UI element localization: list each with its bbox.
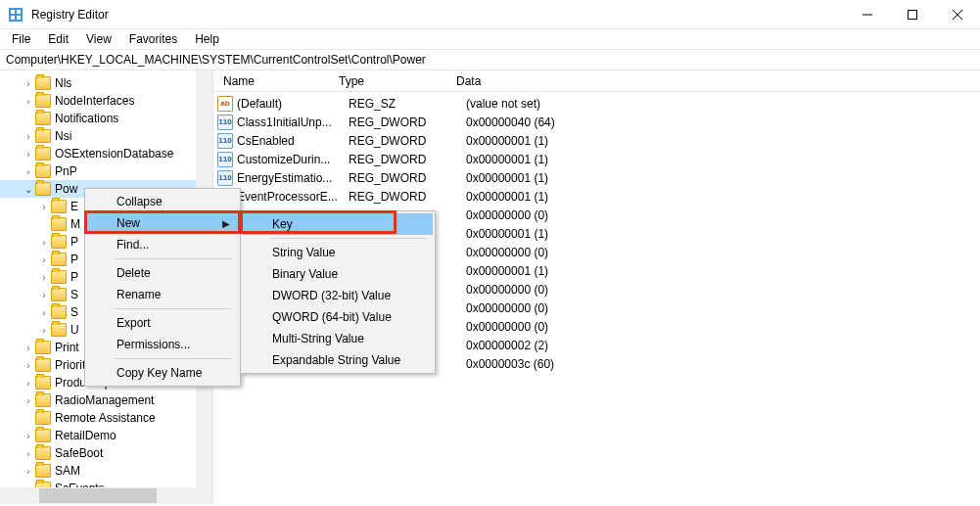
chevron-right-icon[interactable]: › (22, 466, 35, 477)
details-header[interactable]: Name Type Data (213, 70, 980, 92)
tree-row[interactable]: ›SafeBoot (0, 444, 212, 462)
ctx-label: New (117, 216, 140, 230)
chevron-right-icon[interactable]: › (22, 149, 35, 160)
chevron-right-icon[interactable]: › (37, 307, 51, 318)
ctx-find[interactable]: Find... (87, 234, 238, 255)
ctx-copy-key[interactable]: Copy Key Name (87, 362, 238, 384)
chevron-right-icon[interactable]: › (37, 254, 51, 265)
tree-label: M (70, 217, 84, 231)
tree-row[interactable]: ›RadioManagement (0, 391, 212, 409)
ctx-new[interactable]: New▶ (87, 212, 238, 234)
tree-label: S (70, 305, 82, 319)
ctx-label: Find... (117, 238, 149, 252)
scroll-thumb[interactable] (39, 488, 157, 503)
sub-qword[interactable]: QWORD (64-bit) Value (243, 306, 433, 328)
folder-icon (35, 129, 51, 143)
svg-rect-6 (909, 10, 917, 19)
address-path: Computer\HKEY_LOCAL_MACHINE\SYSTEM\Curre… (6, 53, 426, 67)
chevron-right-icon[interactable]: › (37, 237, 51, 248)
chevron-right-icon[interactable]: › (22, 378, 35, 389)
close-button[interactable] (935, 0, 980, 28)
tree-label: Notifications (55, 112, 122, 125)
tree-label: S (70, 288, 82, 301)
maximize-button[interactable] (890, 0, 935, 28)
separator (270, 238, 427, 239)
tree-label: NodeInterfaces (55, 94, 138, 108)
menu-view[interactable]: View (78, 30, 119, 48)
chevron-right-icon[interactable]: › (22, 431, 35, 441)
minimize-button[interactable] (845, 0, 890, 28)
tree-row[interactable]: ›Nsi (0, 127, 212, 145)
chevron-right-icon[interactable]: › (22, 395, 35, 406)
folder-icon (51, 200, 67, 213)
chevron-right-icon[interactable]: › (37, 272, 51, 283)
chevron-down-icon[interactable]: ⌄ (22, 184, 35, 195)
value-data: 0x00000000 (0) (466, 246, 980, 259)
menu-help[interactable]: Help (187, 30, 227, 48)
chevron-right-icon[interactable]: › (22, 360, 35, 371)
list-item[interactable]: 110EnergyEstimatio...REG_DWORD0x00000001… (213, 168, 980, 187)
reg-sz-icon: ab (217, 96, 233, 112)
value-data: 0x00000000 (0) (466, 320, 980, 334)
folder-icon (51, 217, 67, 231)
tree-row[interactable]: Remote Assistance (0, 409, 212, 427)
reg-dword-icon: 110 (217, 133, 233, 149)
chevron-right-icon[interactable]: › (22, 448, 35, 459)
folder-icon (35, 446, 51, 460)
list-item[interactable]: ab(Default)REG_SZ(value not set) (213, 94, 980, 113)
ctx-delete[interactable]: Delete (87, 262, 238, 284)
folder-icon (51, 235, 67, 249)
list-item[interactable]: 110CsEnabledREG_DWORD0x00000001 (1) (213, 131, 980, 150)
menu-favorites[interactable]: Favorites (121, 30, 185, 48)
tree-row[interactable]: ›PnP (0, 162, 212, 180)
sub-dword[interactable]: DWORD (32-bit) Value (243, 285, 433, 306)
chevron-right-icon[interactable]: › (22, 96, 35, 107)
folder-icon (51, 305, 67, 319)
ctx-collapse[interactable]: Collapse (87, 191, 238, 212)
sub-key[interactable]: Key (243, 213, 433, 235)
col-type[interactable]: Type (333, 74, 450, 88)
list-item[interactable]: 110CustomizeDurin...REG_DWORD0x00000001 … (213, 150, 980, 168)
list-item[interactable]: 110Class1InitialUnp...REG_DWORD0x0000004… (213, 113, 980, 131)
sub-string[interactable]: String Value (243, 242, 433, 263)
chevron-right-icon[interactable]: › (22, 166, 35, 177)
tree-row[interactable]: ›NodeInterfaces (0, 92, 212, 110)
tree-label: P (70, 235, 82, 249)
folder-icon (35, 464, 51, 478)
value-type: REG_DWORD (349, 171, 466, 185)
chevron-right-icon[interactable]: › (22, 131, 35, 142)
chevron-right-icon[interactable]: › (37, 202, 51, 212)
ctx-export[interactable]: Export (87, 312, 238, 334)
chevron-right-icon[interactable]: › (22, 343, 35, 353)
chevron-right-icon[interactable]: › (37, 290, 51, 300)
col-data[interactable]: Data (450, 74, 980, 88)
menu-edit[interactable]: Edit (40, 30, 76, 48)
folder-icon (35, 164, 51, 178)
ctx-permissions[interactable]: Permissions... (87, 334, 238, 355)
list-item[interactable]: 110EventProcessorE...REG_DWORD0x00000001… (213, 187, 980, 206)
sub-multi[interactable]: Multi-String Value (243, 328, 433, 349)
tree-row[interactable]: Notifications (0, 110, 212, 127)
address-bar[interactable]: Computer\HKEY_LOCAL_MACHINE\SYSTEM\Curre… (0, 49, 980, 70)
value-type: REG_DWORD (349, 153, 466, 166)
value-type: REG_DWORD (349, 115, 466, 129)
ctx-rename[interactable]: Rename (87, 284, 238, 305)
tree-row[interactable]: ›Nls (0, 74, 212, 92)
sub-binary[interactable]: Binary Value (243, 263, 433, 285)
sub-expand[interactable]: Expandable String Value (243, 349, 433, 371)
ctx-label: Copy Key Name (117, 366, 202, 380)
tree-row[interactable]: ›OSExtensionDatabase (0, 145, 212, 162)
menu-file[interactable]: File (4, 30, 38, 48)
tree-row[interactable]: ›SAM (0, 462, 212, 480)
reg-dword-icon: 110 (217, 170, 233, 186)
chevron-right-icon[interactable]: › (37, 325, 51, 336)
chevron-right-icon[interactable]: › (22, 78, 35, 89)
context-menu[interactable]: Collapse New▶ Find... Delete Rename Expo… (84, 188, 241, 387)
context-submenu-new[interactable]: Key String Value Binary Value DWORD (32-… (240, 210, 436, 374)
chevron-right-icon: ▶ (222, 218, 230, 229)
tree-horizontal-scrollbar[interactable] (0, 487, 196, 504)
value-data: 0x00000001 (1) (466, 227, 980, 241)
col-name[interactable]: Name (217, 74, 333, 88)
svg-rect-3 (11, 16, 15, 20)
tree-row[interactable]: ›RetailDemo (0, 427, 212, 444)
